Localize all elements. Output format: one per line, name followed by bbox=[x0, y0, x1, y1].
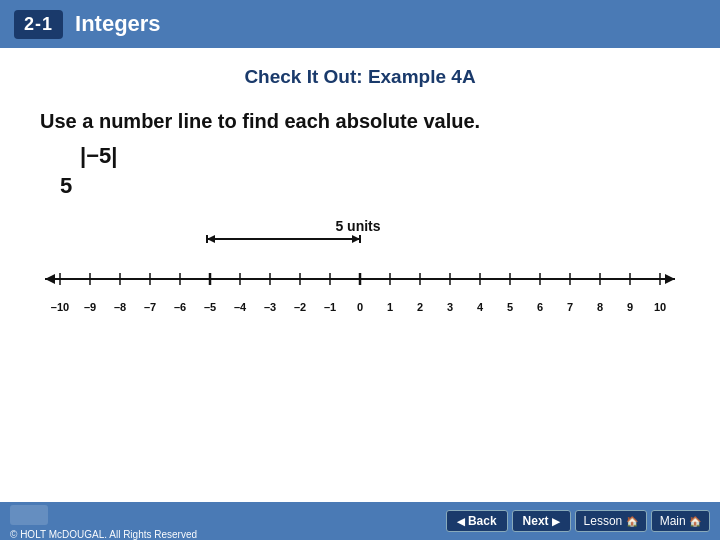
lesson-button[interactable]: Lesson 🏠 bbox=[575, 510, 647, 532]
back-button[interactable]: ◀ Back bbox=[446, 510, 508, 532]
svg-text:–3: –3 bbox=[264, 301, 276, 313]
subtitle: Check It Out: Example 4A bbox=[40, 66, 680, 88]
holt-logo bbox=[10, 503, 197, 529]
problem-expression: |−5| bbox=[80, 143, 680, 169]
svg-text:6: 6 bbox=[537, 301, 543, 313]
footer-bar: © HOLT McDOUGAL. All Rights Reserved ◀ B… bbox=[0, 502, 720, 540]
next-arrow-icon: ▶ bbox=[552, 516, 560, 527]
header-bar: 2-1 Integers bbox=[0, 0, 720, 48]
svg-text:–6: –6 bbox=[174, 301, 186, 313]
holt-logo-icon bbox=[10, 503, 50, 527]
svg-marker-5 bbox=[352, 235, 360, 243]
svg-text:0: 0 bbox=[357, 301, 363, 313]
svg-text:4: 4 bbox=[477, 301, 484, 313]
svg-text:5: 5 bbox=[507, 301, 513, 313]
copyright-text: © HOLT McDOUGAL. All Rights Reserved bbox=[10, 529, 197, 540]
svg-marker-7 bbox=[665, 274, 675, 284]
bracket-svg: 5 units bbox=[40, 217, 680, 261]
svg-text:–9: –9 bbox=[84, 301, 96, 313]
svg-text:–4: –4 bbox=[234, 301, 247, 313]
number-line-labels: –10 –9 –8 –7 –6 –5 –4 –3 –2 –1 0 1 2 3 4… bbox=[40, 297, 680, 317]
svg-text:7: 7 bbox=[567, 301, 573, 313]
svg-text:1: 1 bbox=[387, 301, 393, 313]
lesson-badge: 2-1 bbox=[14, 10, 63, 39]
svg-text:3: 3 bbox=[447, 301, 453, 313]
svg-rect-51 bbox=[10, 505, 48, 525]
svg-text:–5: –5 bbox=[204, 301, 216, 313]
page-title: Integers bbox=[75, 11, 161, 37]
footer-buttons: ◀ Back Next ▶ Lesson 🏠 Main 🏠 bbox=[446, 510, 710, 532]
main-button[interactable]: Main 🏠 bbox=[651, 510, 710, 532]
svg-text:8: 8 bbox=[597, 301, 603, 313]
svg-text:–10: –10 bbox=[51, 301, 69, 313]
svg-text:10: 10 bbox=[654, 301, 666, 313]
number-line-container: 5 units bbox=[40, 217, 680, 317]
instruction-text: Use a number line to find each absolute … bbox=[40, 110, 680, 133]
answer-value: 5 bbox=[60, 173, 680, 199]
svg-text:–2: –2 bbox=[294, 301, 306, 313]
units-bracket-row: 5 units bbox=[40, 217, 680, 261]
svg-text:–7: –7 bbox=[144, 301, 156, 313]
number-line-svg bbox=[40, 261, 680, 297]
svg-text:5 units: 5 units bbox=[335, 218, 380, 234]
svg-text:–1: –1 bbox=[324, 301, 336, 313]
main-icon: 🏠 bbox=[689, 516, 701, 527]
svg-marker-4 bbox=[207, 235, 215, 243]
svg-text:–8: –8 bbox=[114, 301, 126, 313]
back-arrow-icon: ◀ bbox=[457, 516, 465, 527]
svg-text:2: 2 bbox=[417, 301, 423, 313]
svg-marker-8 bbox=[45, 274, 55, 284]
svg-text:9: 9 bbox=[627, 301, 633, 313]
next-button[interactable]: Next ▶ bbox=[512, 510, 571, 532]
footer-left: © HOLT McDOUGAL. All Rights Reserved bbox=[10, 503, 197, 540]
lesson-icon: 🏠 bbox=[626, 516, 638, 527]
main-content: Check It Out: Example 4A Use a number li… bbox=[0, 48, 720, 327]
